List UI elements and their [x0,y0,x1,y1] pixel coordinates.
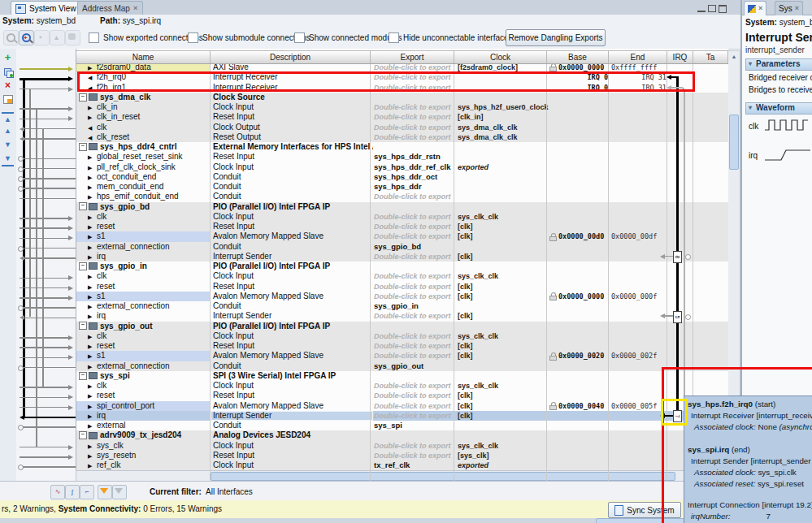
tab-system-details[interactable]: Sys × [775,1,803,15]
table-row-external_connection[interactable]: ▶external_connectionConduitsys_gpio_bd [76,242,728,252]
column-header-clock[interactable]: Clock [454,51,547,63]
table-row-external[interactable]: ▶externalConduitsys_spi [76,421,728,430]
column-header-description[interactable]: Description [211,51,371,63]
table-row-sys_gpio_in[interactable]: −sys_gpio_inPIO (Parallel I/O) Intel FPG… [76,262,728,271]
table-row-clk[interactable]: ▶clkClock InputDouble-click to exportsys… [76,271,728,281]
filter-funnel-disabled-icon[interactable] [112,485,127,499]
export-placeholder[interactable]: Double-click to export [374,223,451,231]
table-row-s1[interactable]: ▶s1Avalon Memory Mapped SlaveDouble-clic… [76,351,728,361]
column-header-name[interactable]: Name [76,51,211,63]
close-icon[interactable]: × [133,5,137,12]
close-icon[interactable]: × [758,5,762,12]
vertical-scroll-thumb[interactable] [729,115,739,170]
export-placeholder[interactable]: Double-click to export [374,452,451,460]
export-placeholder[interactable]: Double-click to export [374,63,451,71]
export-placeholder[interactable]: Double-click to export [374,332,451,340]
checkbox-show-exported-connections[interactable]: Show exported connections [89,32,203,43]
remove-dangling-exports-button[interactable]: Remove Dangling Exports [506,29,606,46]
export-placeholder[interactable]: Double-click to export [374,312,451,320]
expander-icon[interactable]: − [79,93,87,102]
table-row-external_connection[interactable]: ▶external_connectionConduitsys_gpio_in [76,301,728,311]
move-up-icon[interactable]: ▲ [2,125,14,137]
parameters-section-header[interactable]: Parameters [745,58,812,71]
export-placeholder[interactable]: Double-click to export [374,113,451,121]
table-row-clk_reset[interactable]: ◀clk_resetReset OutputDouble-click to ex… [76,132,728,142]
table-row-clk_in_reset[interactable]: ▶clk_in_resetReset InputDouble-click to … [76,112,728,122]
table-row-clk[interactable]: ▶clkClock InputDouble-click to exportsys… [76,381,728,391]
column-header-export[interactable]: Export [371,51,454,63]
table-row-f2h_irq1[interactable]: ◀f2h_irq1Interrupt ReceiverDouble-click … [76,83,728,93]
table-row-clk[interactable]: ▶clkClock InputDouble-click to exportsys… [76,212,728,222]
table-row-irq[interactable]: ▶irqInterrupt SenderDouble-click to expo… [76,411,728,421]
irq-connector-7[interactable]: 7 [673,410,682,422]
table-row-ref_clk[interactable]: ▶ref_clkClock Inputtx_ref_clkexported [76,460,728,470]
expander-icon[interactable]: − [79,202,87,210]
export-placeholder[interactable]: Double-click to export [374,283,451,291]
table-row-sys_gpio_bd[interactable]: −sys_gpio_bdPIO (Parallel I/O) Intel FPG… [76,202,728,212]
checkbox-box[interactable] [294,32,305,43]
table-row-global_reset_reset_sink[interactable]: ▶global_reset_reset_sinkReset Inputsys_h… [76,152,728,162]
filter-interfaces-icon[interactable]: ʃ [65,485,80,499]
move-down-icon[interactable]: ▼ [2,139,14,151]
export-placeholder[interactable]: Double-click to export [374,103,451,111]
zoom-in-button[interactable]: + [19,30,34,45]
table-row-clk_in[interactable]: ▶clk_inClock InputDouble-click to export… [76,102,728,112]
column-header-ta[interactable]: Ta [693,51,728,63]
table-row-external_connection[interactable]: ▶external_connectionConduitsys_gpio_out [76,361,728,371]
checkbox-box[interactable] [89,32,99,43]
column-header-end[interactable]: End [609,51,667,63]
checkbox-show-connected-modules[interactable]: Show connected modules [294,32,402,43]
table-row-reset[interactable]: ▶resetReset InputDouble-click to export[… [76,222,728,231]
expander-icon[interactable]: − [79,143,87,151]
checkbox-box[interactable] [188,32,198,43]
add-icon[interactable]: + [2,52,14,64]
minimize-icon[interactable] [697,5,706,12]
export-placeholder[interactable]: Double-click to export [374,342,451,350]
column-header-irq[interactable]: IRQ [667,51,693,63]
table-row-sys_gpio_out[interactable]: −sys_gpio_outPIO (Parallel I/O) Intel FP… [76,322,728,331]
table-row-f2h_irq0[interactable]: ◀f2h_irq0Interrupt ReceiverDouble-click … [76,72,728,82]
export-placeholder[interactable]: Double-click to export [374,391,451,400]
export-placeholder[interactable]: Double-click to export [374,253,451,261]
table-row-reset[interactable]: ▶resetReset InputDouble-click to export[… [76,341,728,351]
irq-connector-5[interactable]: 5 [673,311,682,323]
expander-icon[interactable]: − [79,372,87,380]
expander-icon[interactable]: − [79,322,87,330]
move-bottom-icon[interactable]: ▼ [2,153,14,166]
zoom-out-button[interactable] [3,30,19,45]
table-row-spi_control_port[interactable]: ▶spi_control_portAvalon Memory Mapped Sl… [76,401,728,411]
expander-icon[interactable]: − [79,262,87,270]
maximize-icon[interactable] [719,5,727,13]
move-top-icon[interactable]: ▲ [2,112,14,126]
export-placeholder[interactable]: Double-click to export [374,412,451,420]
table-row-reset[interactable]: ▶resetReset InputDouble-click to export[… [76,282,728,292]
tab-address-map[interactable]: Address Map × [77,1,143,15]
table-row-irq[interactable]: ▶irqInterrupt SenderDouble-click to expo… [76,311,728,321]
sync-system-button[interactable]: Sync System [608,502,681,518]
export-placeholder[interactable]: Double-click to export [374,382,451,390]
table-row-sys_clk[interactable]: ▶sys_clkClock InputDouble-click to expor… [76,441,728,451]
table-row-pll_ref_clk_clock_sink[interactable]: ▶pll_ref_clk_clock_sinkClock Inputsys_hp… [76,162,728,172]
table-row-adrv9009_tx_jesd204[interactable]: −adrv9009_tx_jesd204Analog Devices JESD2… [76,430,728,440]
checkbox-show-submodule-connections[interactable]: Show submodule connections [188,32,310,43]
table-row-clk[interactable]: ◀clkClock OutputDouble-click to exportsy… [76,123,728,132]
table-row-mem_conduit_end[interactable]: ▶mem_conduit_endConduitsys_hps_ddr [76,182,728,192]
export-placeholder[interactable]: Double-click to export [374,73,451,81]
remove-icon[interactable]: × [2,80,14,92]
table-row-sys_dma_clk[interactable]: −sys_dma_clkClock Source [76,93,728,102]
waveform-section-header[interactable]: Waveform [745,102,812,115]
table-row-oct_conduit_end[interactable]: ▶oct_conduit_endConduitsys_hps_ddr_oct [76,172,728,182]
checkbox-box[interactable] [389,32,399,43]
filter-funnel-icon[interactable] [98,485,112,499]
table-row-clk[interactable]: ▶clkClock InputDouble-click to exportsys… [76,331,728,341]
pan-tool-button[interactable] [65,30,80,45]
table-row-hps_emif_conduit_end[interactable]: ▶hps_emif_conduit_endConduitDouble-click… [76,192,728,201]
filter-signals-icon[interactable]: ∿ [50,485,65,499]
export-placeholder[interactable]: Double-click to export [374,352,451,360]
export-placeholder[interactable]: Double-click to export [374,133,451,141]
column-header-base[interactable]: Base [547,51,609,63]
duplicate-icon[interactable] [2,66,14,78]
export-placeholder[interactable]: Double-click to export [374,442,451,450]
restore-icon[interactable] [708,5,716,12]
table-row-reset[interactable]: ▶resetReset InputDouble-click to export[… [76,391,728,400]
